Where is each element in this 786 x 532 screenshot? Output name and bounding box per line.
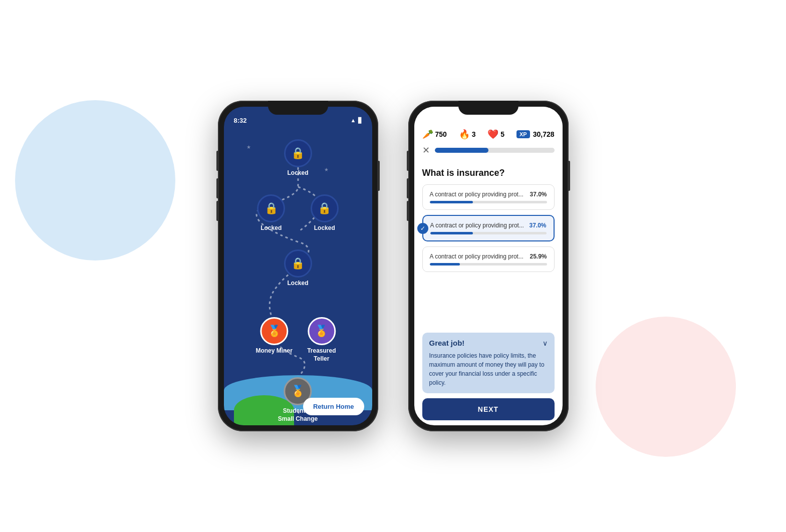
node-label-money-miner: Money Miner	[255, 347, 292, 355]
option-top-1: A contract or policy providing prot... 3…	[430, 191, 547, 198]
status-time: 8:32	[234, 117, 247, 124]
great-job-text: Insurance policies have policy limits, t…	[429, 351, 548, 387]
fire-value: 3	[472, 130, 476, 138]
great-job-panel: Great job! ∨ Insurance policies have pol…	[422, 333, 555, 393]
option-card-2[interactable]: ✓ A contract or policy providing prot...…	[422, 215, 555, 241]
phone-notch-2	[458, 101, 518, 115]
node-label-treasured-teller: TreasuredTeller	[307, 347, 336, 363]
option-bar-bg-1	[430, 201, 547, 203]
next-button[interactable]: NEXT	[422, 398, 555, 420]
stat-score: 🥕 750	[422, 129, 447, 140]
phone-screen-map: 8:32 ▲ ▊ ★ ★ 🔒	[224, 107, 372, 425]
score-icon: 🥕	[422, 129, 433, 140]
quiz-question: What is insurance?	[414, 164, 563, 184]
quiz-options: A contract or policy providing prot... 3…	[414, 184, 563, 327]
node-label-locked-mid: Locked	[287, 280, 308, 288]
node-locked-right[interactable]: 🔒 Locked	[311, 194, 339, 232]
chevron-down-icon[interactable]: ∨	[543, 339, 548, 347]
option-top-2: A contract or policy providing prot... 3…	[430, 222, 547, 229]
node-treasured-teller[interactable]: 🏅 TreasuredTeller	[307, 317, 336, 363]
option-bar-fill-1	[430, 201, 473, 203]
option-bar-bg-2	[430, 232, 547, 234]
option-bar-bg-3	[430, 263, 547, 265]
hearts-icon: ❤️	[487, 129, 498, 140]
node-locked-top[interactable]: 🔒 Locked	[284, 139, 312, 177]
status-icons: ▲ ▊	[351, 117, 362, 124]
great-job-header: Great job! ∨	[429, 339, 548, 347]
stat-hearts: ❤️ 5	[487, 129, 504, 140]
check-icon: ✓	[417, 223, 428, 234]
node-locked-mid[interactable]: 🔒 Locked	[284, 249, 312, 288]
option-card-1[interactable]: A contract or policy providing prot... 3…	[422, 184, 555, 210]
option-text-2: A contract or policy providing prot...	[430, 222, 530, 229]
star-1: ★	[246, 144, 251, 150]
node-circle-locked-left[interactable]: 🔒	[257, 194, 285, 222]
score-value: 750	[435, 130, 447, 138]
phone-quiz: 🥕 750 🔥 3 ❤️ 5 XP 30,7	[408, 101, 569, 431]
option-pct-3: 25.9%	[530, 253, 547, 260]
great-job-title: Great job!	[429, 339, 465, 347]
battery-icon: ▊	[358, 117, 362, 124]
progress-bar-container	[435, 148, 555, 153]
option-text-1: A contract or policy providing prot...	[430, 191, 530, 198]
node-circle-money-miner[interactable]: 🏅	[260, 317, 288, 345]
star-2: ★	[324, 167, 329, 172]
node-label-locked-top: Locked	[287, 169, 308, 177]
progress-bar-fill	[435, 148, 489, 153]
hearts-value: 5	[500, 130, 504, 138]
blob-pink	[596, 317, 736, 457]
node-money-miner[interactable]: 🏅 Money Miner	[255, 317, 292, 355]
stat-xp: XP 30,728	[516, 130, 555, 138]
map-screen: 8:32 ▲ ▊ ★ ★ 🔒	[224, 107, 372, 425]
option-pct-2: 37.0%	[529, 222, 546, 229]
fire-icon: 🔥	[459, 129, 470, 140]
phones-container: 8:32 ▲ ▊ ★ ★ 🔒	[218, 101, 569, 431]
option-card-3[interactable]: A contract or policy providing prot... 2…	[422, 246, 555, 272]
xp-label: XP	[516, 130, 530, 138]
quiz-header: 🥕 750 🔥 3 ❤️ 5 XP 30,7	[414, 107, 563, 164]
option-top-3: A contract or policy providing prot... 2…	[430, 253, 547, 260]
node-circle-locked-top[interactable]: 🔒	[284, 139, 312, 167]
option-bar-fill-3	[430, 263, 460, 265]
stat-fire: 🔥 3	[459, 129, 476, 140]
blob-blue	[15, 100, 175, 260]
phone-screen-quiz: 🥕 750 🔥 3 ❤️ 5 XP 30,7	[414, 107, 563, 425]
xp-value: 30,728	[533, 130, 555, 138]
phone-map: 8:32 ▲ ▊ ★ ★ 🔒	[218, 101, 378, 431]
quiz-screen: 🥕 750 🔥 3 ❤️ 5 XP 30,7	[414, 107, 563, 425]
node-circle-locked-right[interactable]: 🔒	[311, 194, 339, 222]
option-text-3: A contract or policy providing prot...	[430, 253, 530, 260]
node-circle-locked-mid[interactable]: 🔒	[284, 249, 312, 278]
node-circle-treasured-teller[interactable]: 🏅	[308, 317, 336, 345]
quiz-progress-row: ✕	[422, 146, 555, 155]
wifi-icon: ▲	[351, 117, 356, 123]
return-home-button[interactable]: Return Home	[303, 398, 364, 415]
close-button[interactable]: ✕	[422, 146, 430, 155]
quiz-stats: 🥕 750 🔥 3 ❤️ 5 XP 30,7	[422, 129, 555, 140]
option-pct-1: 37.0%	[530, 191, 547, 198]
option-bar-fill-2	[430, 232, 473, 234]
node-label-locked-left: Locked	[260, 224, 282, 232]
node-label-locked-right: Locked	[314, 224, 335, 232]
node-locked-left[interactable]: 🔒 Locked	[257, 194, 285, 232]
phone-notch	[268, 101, 328, 115]
